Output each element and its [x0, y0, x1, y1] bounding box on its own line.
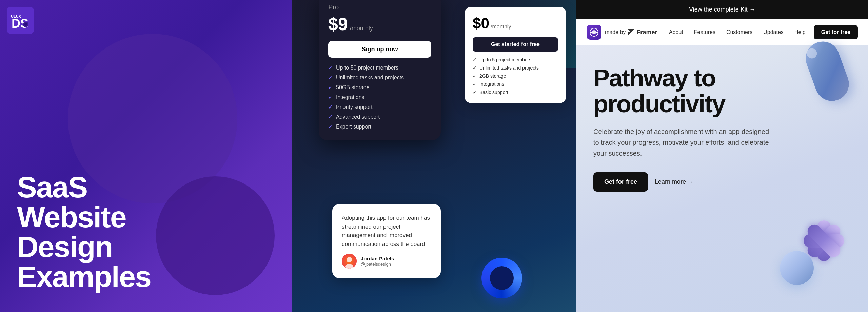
- list-item: ✓Advanced support: [328, 114, 431, 120]
- check-icon: ✓: [328, 64, 333, 71]
- svg-point-8: [592, 30, 596, 34]
- signup-button[interactable]: Sign up now: [328, 41, 431, 58]
- check-icon: ✓: [473, 57, 477, 62]
- check-icon: ✓: [328, 123, 333, 130]
- tier-label: Pro: [328, 3, 431, 11]
- ring-shape: [481, 258, 522, 298]
- nav-cta-button[interactable]: Get for free: [814, 25, 858, 39]
- framer-brand: Framer: [636, 29, 657, 36]
- left-panel: ULUX DS SaaS Website Design Examples: [0, 0, 292, 312]
- nav-link-updates[interactable]: Updates: [763, 29, 784, 35]
- check-icon: ✓: [473, 81, 477, 87]
- hero-headline: Pathway to productivity: [593, 65, 790, 117]
- svg-point-3: [24, 23, 27, 26]
- ring-decoration: [481, 258, 522, 298]
- testimonial-author: Jordan Patels @jpatelsdesign: [342, 254, 431, 269]
- list-item: ✓Up to 50 project members: [328, 64, 431, 71]
- author-handle: @jpatelsdesign: [361, 261, 394, 267]
- list-item: ✓Export support: [328, 123, 431, 130]
- right-panel: View the complete Kit → made by: [576, 0, 868, 312]
- check-icon: ✓: [473, 73, 477, 79]
- list-item: ✓50GB storage: [328, 84, 431, 91]
- nav-links: About Features Customers Updates Help: [669, 29, 806, 35]
- list-item: ✓Priority support: [328, 104, 431, 110]
- svg-marker-10: [628, 32, 631, 36]
- nav-logo: [587, 25, 601, 40]
- made-by-label: made by Framer: [605, 29, 657, 36]
- svg-marker-9: [628, 29, 634, 32]
- dark-price: $9 /monthly: [328, 14, 431, 34]
- list-item: ✓Integrations: [328, 94, 431, 100]
- check-icon: ✓: [473, 65, 477, 71]
- hero-secondary-button[interactable]: Learn more →: [655, 178, 694, 186]
- free-price: $0 /monthly: [473, 15, 558, 32]
- get-started-button[interactable]: Get started for free: [473, 37, 558, 52]
- framer-icon: [628, 29, 634, 36]
- list-item: ✓2GB storage: [473, 73, 558, 79]
- list-item: ✓Up to 5 project members: [473, 57, 558, 62]
- dark-feature-list: ✓Up to 50 project members ✓Unlimited tas…: [328, 64, 431, 130]
- list-item: ✓Integrations: [473, 81, 558, 87]
- left-panel-title: SaaS Website Design Examples: [17, 172, 151, 292]
- hero-primary-button[interactable]: Get for free: [593, 172, 648, 192]
- author-info: Jordan Patels @jpatelsdesign: [361, 256, 394, 267]
- announcement-bar[interactable]: View the complete Kit →: [576, 0, 868, 19]
- hero-section: Pathway to productivity Celebrate the jo…: [576, 45, 868, 312]
- check-icon: ✓: [328, 84, 333, 91]
- logo: ULUX DS: [7, 7, 34, 34]
- hero-buttons: Get for free Learn more →: [593, 172, 851, 192]
- nav-link-features[interactable]: Features: [694, 29, 715, 35]
- author-name: Jordan Patels: [361, 256, 394, 261]
- middle-panel: Pro $9 /monthly Sign up now ✓Up to 50 pr…: [292, 0, 576, 312]
- avatar: [342, 254, 357, 269]
- check-icon: ✓: [328, 74, 333, 81]
- check-icon: ✓: [473, 90, 477, 95]
- circle-decoration: [780, 251, 814, 285]
- list-item: ✓Unlimited tasks and projects: [328, 74, 431, 81]
- svg-point-5: [347, 257, 352, 262]
- testimonial-text: Adopting this app for our team has strea…: [342, 214, 431, 248]
- nav-link-customers[interactable]: Customers: [726, 29, 752, 35]
- dark-pricing-card: Pro $9 /monthly Sign up now ✓Up to 50 pr…: [319, 0, 441, 140]
- nav-link-help[interactable]: Help: [794, 29, 806, 35]
- check-icon: ✓: [328, 114, 333, 120]
- check-icon: ✓: [328, 94, 333, 100]
- testimonial-card: Adopting this app for our team has strea…: [332, 204, 441, 278]
- white-pricing-card: $0 /monthly Get started for free ✓Up to …: [465, 7, 566, 103]
- list-item: ✓Basic support: [473, 90, 558, 95]
- nav-brand: made by Framer: [587, 25, 657, 40]
- check-icon: ✓: [328, 104, 333, 110]
- hero-subtext: Celebrate the joy of accomplishment with…: [593, 126, 770, 159]
- announcement-text: View the complete Kit →: [689, 6, 755, 13]
- white-feature-list: ✓Up to 5 project members ✓Unlimited task…: [473, 57, 558, 95]
- nav-link-about[interactable]: About: [669, 29, 683, 35]
- list-item: ✓Unlimited tasks and projects: [473, 65, 558, 71]
